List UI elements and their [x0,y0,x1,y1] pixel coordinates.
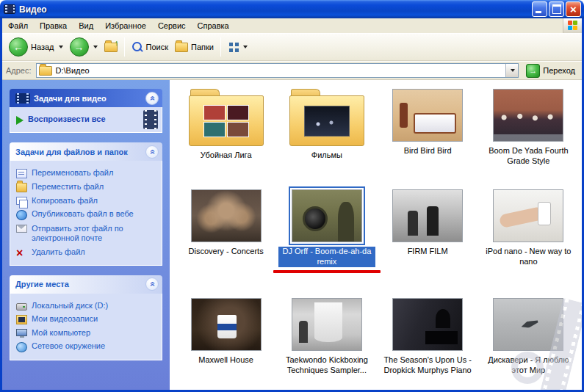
menu-tools[interactable]: Сервис [152,18,192,33]
folders-button[interactable]: Папки [173,41,216,54]
rename-icon [16,169,27,178]
folder-up-icon [104,43,118,52]
task-rename-file[interactable]: Переименовать файл [16,168,156,178]
address-dropdown-button[interactable] [505,64,518,77]
file-label[interactable]: Bird Bird Bird [403,146,453,156]
collapse-chevron-icon[interactable] [145,145,159,159]
file-item-firm-film[interactable]: FIRM FILM [378,189,477,298]
title-bar[interactable]: Видео [0,0,584,18]
body-row: Задачи для видео Воспроизвести все Задач… [2,80,582,390]
task-email-file[interactable]: Отправить этот файл по электронной почте [16,224,156,243]
go-button[interactable]: Переход [523,64,578,78]
file-tasks-title: Задачи для файлов и папок [15,148,142,156]
folder-thumbnail[interactable] [189,89,264,146]
maximize-button[interactable] [549,1,564,17]
video-tasks-header[interactable]: Задачи для видео [10,89,162,107]
task-copy-file[interactable]: Копировать файл [16,196,156,206]
forward-arrow-icon [70,37,89,57]
file-list-area: Убойная Лига Фильмы Bird Bird [170,80,582,390]
back-dropdown-icon[interactable] [59,46,63,48]
file-label[interactable]: Дискавери - Я люблю этот Мир [480,355,577,376]
task-label: Переименовать файл [32,168,113,178]
video-thumbnail[interactable] [392,89,463,142]
toolbar: Назад Поиск Папки [2,34,582,61]
video-thumbnail[interactable] [493,89,563,142]
task-delete-file[interactable]: Удалить файл [16,247,156,258]
task-publish-file[interactable]: Опубликовать файл в вебе [16,209,156,220]
search-button[interactable]: Поиск [129,40,170,54]
collapse-chevron-icon[interactable] [145,277,159,291]
menu-favorites[interactable]: Избранное [99,18,152,33]
address-input[interactable]: D:\Видео [36,63,519,78]
video-thumbnail[interactable] [191,298,262,351]
file-label[interactable]: Discovery - Concerts [187,247,265,257]
back-label: Назад [31,43,54,51]
collapse-chevron-icon[interactable] [145,92,159,105]
file-item-taekwondo[interactable]: Taekwondo Kickboxing Techniques Sampler.… [277,298,377,376]
menu-help[interactable]: Справка [192,18,235,33]
views-dropdown-icon[interactable] [243,46,248,48]
file-label[interactable]: Убойная Лига [199,150,253,161]
file-label[interactable]: Maxwell House [197,355,255,366]
file-label[interactable]: Фильмы [310,150,344,161]
menu-edit[interactable]: Правка [34,18,73,33]
folder-thumbnail[interactable] [289,89,364,146]
forward-button[interactable] [68,36,100,58]
video-thumbnail[interactable] [493,298,563,351]
close-button[interactable] [566,1,581,17]
task-play-all[interactable]: Воспроизвести все [16,115,156,125]
video-thumbnail[interactable] [191,189,262,242]
task-move-file[interactable]: Переместить файл [16,182,156,192]
address-bar: Адрес: D:\Видео Переход [2,61,582,80]
video-thumbnail[interactable] [392,298,463,351]
file-label[interactable]: FIRM FILM [406,247,450,257]
file-label[interactable]: The Season's Upon Us - Dropkick Murphys … [379,355,476,376]
task-label: Опубликовать файл в вебе [32,209,134,219]
file-item-dj-orff-selected[interactable]: DJ Orff - Boom-de-ah-da remix [277,189,377,298]
network-icon [16,342,27,352]
folders-icon [175,43,188,52]
place-network[interactable]: Сетевое окружение [16,341,156,352]
video-thumbnail[interactable] [493,189,563,242]
file-item-filmy[interactable]: Фильмы [277,89,377,189]
task-label: Переместить файл [32,182,104,192]
window-title: Видео [19,4,532,15]
file-item-ipod-nano[interactable]: iPod nano - New way to nano [478,189,578,298]
menu-view[interactable]: Вид [73,18,99,33]
file-label[interactable]: Taekwondo Kickboxing Techniques Sampler.… [278,355,375,376]
place-local-disk-d[interactable]: Локальный диск (D:) [16,301,156,311]
video-tasks-panel: Задачи для видео Воспроизвести все [10,89,162,133]
search-icon [131,41,143,53]
views-button[interactable] [226,41,250,54]
menu-file[interactable]: Файл [2,18,34,33]
minimize-button[interactable] [532,1,547,17]
file-label[interactable]: iPod nano - New way to nano [480,247,577,267]
file-label[interactable]: DJ Orff - Boom-de-ah-da remix [278,247,375,267]
video-thumbnail[interactable] [292,189,362,242]
file-item-discovery-jet[interactable]: Дискавери - Я люблю этот Мир [478,298,578,376]
other-places-header[interactable]: Другие места [10,275,162,294]
file-label[interactable]: Boom De Yada Fourth Grade Style [480,146,577,167]
address-value[interactable]: D:\Видео [56,66,502,75]
place-my-videos[interactable]: Мои видеозаписи [16,314,156,324]
file-item-maxwell-house[interactable]: Maxwell House [176,298,276,376]
place-my-computer[interactable]: Мой компьютер [16,328,156,338]
video-thumbnail[interactable] [292,298,362,351]
address-folder-icon [39,66,52,76]
file-item-boom-de-yada[interactable]: Boom De Yada Fourth Grade Style [478,89,578,189]
address-dropdown-icon [511,69,515,72]
file-item-discovery-concerts[interactable]: Discovery - Concerts [176,189,276,298]
forward-dropdown-icon[interactable] [93,46,98,48]
file-tasks-header[interactable]: Задачи для файлов и папок [10,142,162,161]
computer-icon [16,329,27,336]
up-button[interactable] [102,41,120,54]
video-thumbnail[interactable] [392,189,463,242]
back-button[interactable]: Назад [7,36,65,58]
task-label: Воспроизвести все [28,115,106,124]
file-item-bird-bird-bird[interactable]: Bird Bird Bird [378,89,477,189]
place-label: Мои видеозаписи [32,314,98,324]
play-icon [16,116,24,125]
file-item-uboynaya-liga[interactable]: Убойная Лига [176,89,276,189]
file-item-seasons-upon-us[interactable]: The Season's Upon Us - Dropkick Murphys … [378,298,477,376]
copy-icon [16,197,27,205]
